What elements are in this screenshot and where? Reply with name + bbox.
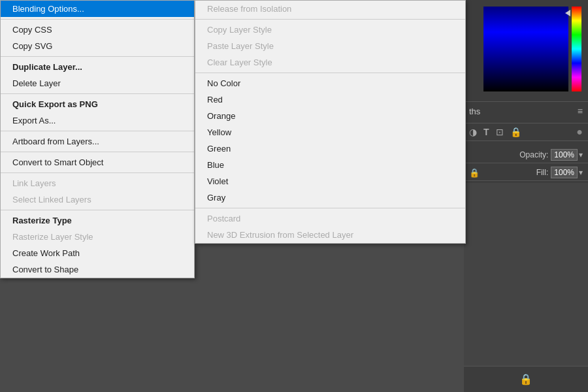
menu-item-copy-css[interactable]: Copy CSS xyxy=(1,22,194,38)
paths-label: ths xyxy=(469,106,480,116)
circle-icon[interactable]: ◑ xyxy=(469,127,477,137)
bottom-lock-icon[interactable]: 🔒 xyxy=(519,373,532,385)
menu-item-quick-export[interactable]: Quick Export as PNG xyxy=(1,96,194,112)
menu-separator xyxy=(1,172,194,173)
menu-item-artboard-from-layers[interactable]: Artboard from Layers... xyxy=(1,133,194,150)
menu-item-link-layers: Link Layers xyxy=(1,175,194,191)
color-spectrum[interactable] xyxy=(483,7,568,91)
crop-icon[interactable]: ⊡ xyxy=(496,127,504,137)
panel-menu-icon[interactable]: ≡ xyxy=(578,106,583,116)
menu-item-red[interactable]: Red xyxy=(195,91,465,108)
menu-item-green[interactable]: Green xyxy=(195,140,465,157)
menu-item-postcard: Postcard xyxy=(195,210,465,227)
menu-separator xyxy=(1,131,194,131)
menu-item-copy-svg[interactable]: Copy SVG xyxy=(1,38,194,54)
fill-label: Fill: xyxy=(536,168,549,177)
layers-panel-divider xyxy=(464,101,588,102)
opacity-value[interactable]: 100% xyxy=(551,149,578,161)
bottom-bar: 🔒 xyxy=(464,366,588,392)
menu-item-convert-to-smart-object[interactable]: Convert to Smart Object xyxy=(1,154,194,171)
color-slider[interactable] xyxy=(572,7,581,91)
menu-separator xyxy=(195,19,465,20)
slider-arrow-icon xyxy=(565,10,570,16)
opacity-row: Opacity: 100% ▾ xyxy=(464,147,588,163)
menu-item-export-as[interactable]: Export As... xyxy=(1,112,194,129)
layer-icons-bar: ◑ T ⊡ 🔒 ● xyxy=(464,123,588,141)
lock-icon[interactable]: 🔒 xyxy=(510,127,521,137)
layer-content-area xyxy=(464,183,588,366)
menu-item-delete-layer[interactable]: Delete Layer xyxy=(1,75,194,91)
left-context-menu: Blending Options...Copy CSSCopy SVGDupli… xyxy=(0,0,195,278)
menu-item-orange[interactable]: Orange xyxy=(195,108,465,124)
menu-item-rasterize-layer-style: Rasterize Layer Style xyxy=(1,229,194,245)
opacity-label: Opacity: xyxy=(519,150,548,159)
menu-item-blue[interactable]: Blue xyxy=(195,157,465,173)
menu-item-duplicate-layer[interactable]: Duplicate Layer... xyxy=(1,59,194,75)
menu-item-clear-layer-style: Clear Layer Style xyxy=(195,54,465,71)
menu-item-create-work-path[interactable]: Create Work Path xyxy=(1,245,194,261)
menu-separator xyxy=(1,56,194,57)
menu-item-release-from-isolation: Release from Isolation xyxy=(195,1,465,17)
menu-item-yellow[interactable]: Yellow xyxy=(195,124,465,140)
paths-header-row: ths ≡ xyxy=(469,106,588,116)
right-panel: ths ≡ ◑ T ⊡ 🔒 ● Opacity: 100% ▾ 🔒 Fill: … xyxy=(464,0,588,392)
menu-item-rasterize-type[interactable]: Rasterize Type xyxy=(1,212,194,229)
menu-item-blending-options[interactable]: Blending Options... xyxy=(1,1,194,17)
menu-item-select-linked-layers: Select Linked Layers xyxy=(1,191,194,208)
menu-item-convert-to-shape[interactable]: Convert to Shape xyxy=(1,261,194,278)
menu-separator xyxy=(195,208,465,208)
menu-separator xyxy=(1,19,194,20)
menu-separator xyxy=(1,210,194,210)
menu-item-copy-layer-style: Copy Layer Style xyxy=(195,22,465,38)
menu-item-new-3d-extrusion: New 3D Extrusion from Selected Layer xyxy=(195,227,465,243)
opacity-dropdown-icon[interactable]: ▾ xyxy=(579,150,583,159)
menu-separator xyxy=(195,73,465,73)
text-icon[interactable]: T xyxy=(483,127,489,137)
fill-value[interactable]: 100% xyxy=(551,167,578,178)
menu-item-paste-layer-style: Paste Layer Style xyxy=(195,38,465,54)
menu-separator xyxy=(1,93,194,94)
menu-item-gray[interactable]: Gray xyxy=(195,189,465,206)
menu-separator xyxy=(1,152,194,152)
menu-item-violet[interactable]: Violet xyxy=(195,173,465,189)
right-context-menu: Release from IsolationCopy Layer StylePa… xyxy=(195,0,466,244)
fill-row: 🔒 Fill: 100% ▾ xyxy=(464,165,588,181)
lock-small-icon: 🔒 xyxy=(469,168,480,178)
fill-dropdown-icon[interactable]: ▾ xyxy=(579,168,583,177)
dot-icon: ● xyxy=(576,126,583,138)
menu-item-no-color[interactable]: No Color xyxy=(195,75,465,91)
